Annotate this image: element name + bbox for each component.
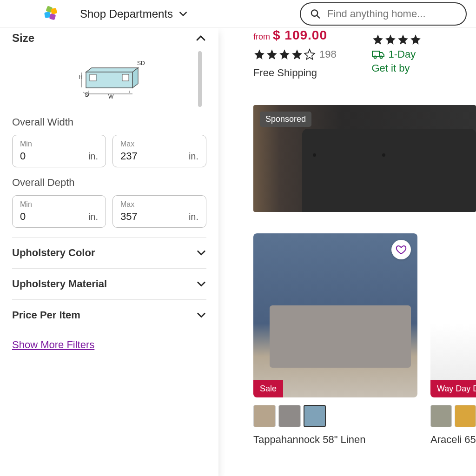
min-label: Min (20, 200, 98, 209)
product-card-top-right[interactable]: 1-Day Get it by (372, 28, 476, 79)
product-card-top-left[interactable]: from $ 109.00 198 Free Shipping (253, 28, 358, 79)
size-filter-header[interactable]: Size (12, 28, 206, 51)
svg-line-5 (317, 15, 319, 18)
favorite-button[interactable] (391, 240, 411, 259)
swatch[interactable] (430, 405, 452, 427)
header: Shop Departments (0, 0, 476, 28)
filter-upholstery-color[interactable]: Upholstery Color (12, 237, 206, 268)
chevron-down-icon (196, 248, 206, 258)
sale-tag: Sale (253, 380, 283, 397)
sponsored-banner[interactable]: Sponsored (253, 105, 476, 212)
swatch[interactable] (278, 405, 301, 427)
product-title: Araceli 65 (430, 434, 476, 446)
svg-text:W: W (108, 93, 114, 100)
unit-label: in. (189, 212, 198, 222)
swatch[interactable] (455, 405, 476, 427)
product-card[interactable]: Way Day D Araceli 65 (430, 233, 476, 446)
product-image: Sale (253, 233, 417, 397)
sale-tag: Way Day D (430, 380, 476, 397)
chevron-up-icon (195, 33, 206, 44)
unit-label: in. (88, 151, 98, 162)
product-grid: from $ 109.00 198 Free Shipping (218, 28, 476, 476)
overall-depth-label: Overall Depth (12, 177, 206, 189)
max-label: Max (120, 140, 198, 148)
sofa-illustration (302, 129, 476, 212)
chevron-down-icon (196, 310, 206, 320)
svg-point-17 (380, 56, 382, 59)
depth-max-box[interactable]: Max in. (112, 195, 206, 228)
review-count: 198 (319, 48, 337, 60)
product-title: Tappahannock 58" Linen (253, 434, 417, 446)
scrollbar[interactable] (198, 51, 202, 107)
search-input[interactable] (327, 8, 456, 20)
filter-label: Upholstery Color (12, 247, 95, 259)
unit-label: in. (88, 212, 98, 222)
shop-departments-label: Shop Departments (80, 7, 173, 20)
sofa-illustration (270, 305, 411, 368)
unit-label: in. (189, 151, 198, 162)
from-label: from (253, 32, 270, 42)
svg-rect-7 (90, 74, 96, 81)
width-range: Min in. Max in. (12, 135, 206, 167)
depth-max-input[interactable] (120, 211, 148, 223)
filter-sidebar: Size H SD W D Overall Width (0, 28, 218, 476)
rating-row: 198 (253, 48, 358, 60)
color-swatches (430, 405, 476, 427)
rating-row (372, 33, 476, 46)
svg-text:H: H (79, 74, 83, 80)
filter-upholstery-material[interactable]: Upholstery Material (12, 268, 206, 299)
svg-point-16 (374, 56, 376, 59)
show-more-filters-link[interactable]: Show More Filters (12, 339, 94, 351)
width-max-input[interactable] (120, 150, 148, 162)
product-card[interactable]: Sale Tappahannock 58" Linen (253, 233, 417, 446)
filter-price-per-item[interactable]: Price Per Item (12, 299, 206, 331)
logo[interactable] (43, 6, 60, 22)
stars-icon (372, 33, 422, 46)
svg-text:D: D (85, 92, 89, 98)
get-by-label: Get it by (372, 62, 476, 74)
one-day-label: 1-Day (389, 48, 416, 60)
search-box[interactable] (300, 2, 467, 26)
chevron-down-icon (178, 9, 188, 19)
filter-label: Upholstery Material (12, 278, 107, 290)
depth-min-box[interactable]: Min in. (12, 195, 106, 228)
svg-text:SD: SD (137, 60, 145, 66)
price: from $ 109.00 (253, 28, 358, 43)
swatch[interactable] (304, 405, 326, 427)
size-diagram: H SD W D (12, 51, 206, 112)
truck-icon (372, 49, 385, 60)
min-label: Min (20, 140, 98, 148)
search-icon (310, 8, 321, 20)
width-min-input[interactable] (20, 150, 48, 162)
size-title: Size (12, 32, 34, 45)
sponsored-tag: Sponsored (260, 112, 311, 127)
price-value: $ 109.00 (273, 28, 327, 43)
heart-icon (396, 244, 407, 255)
width-max-box[interactable]: Max in. (112, 135, 206, 167)
shop-departments-menu[interactable]: Shop Departments (80, 7, 188, 20)
swatch[interactable] (253, 405, 276, 427)
chevron-down-icon (196, 279, 206, 289)
overall-width-label: Overall Width (12, 116, 206, 128)
svg-rect-15 (372, 51, 379, 56)
width-min-box[interactable]: Min in. (12, 135, 106, 167)
svg-rect-8 (122, 74, 129, 81)
depth-range: Min in. Max in. (12, 195, 206, 228)
filter-label: Price Per Item (12, 309, 80, 321)
shipping-row: 1-Day (372, 48, 476, 60)
stars-icon (253, 48, 316, 60)
free-shipping-label: Free Shipping (253, 67, 358, 79)
color-swatches (253, 405, 417, 427)
product-image: Way Day D (430, 233, 476, 397)
logo-icon (43, 6, 60, 22)
max-label: Max (120, 200, 198, 209)
sofa-dimensions-icon: H SD W D (72, 56, 146, 102)
depth-min-input[interactable] (20, 211, 48, 223)
